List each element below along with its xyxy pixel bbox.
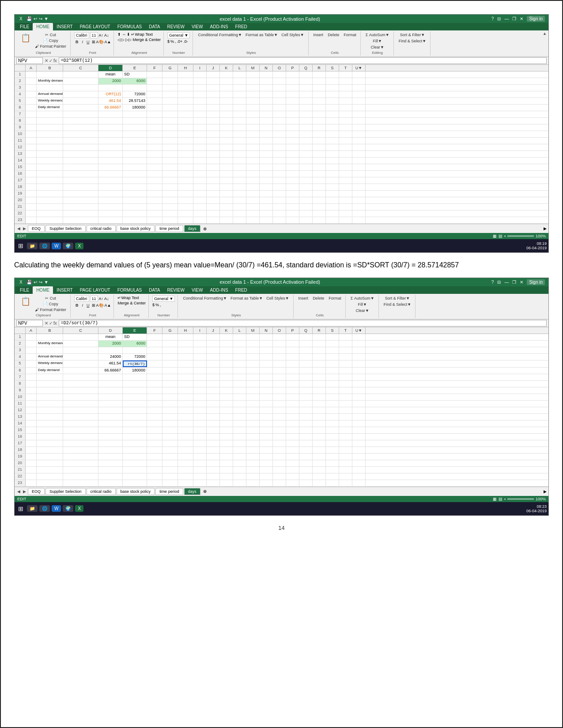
cell2-P19[interactable] (286, 454, 299, 460)
cell-M19[interactable] (246, 191, 260, 197)
cell2-T16[interactable] (339, 434, 352, 440)
cell-D2[interactable]: 2000 (98, 78, 123, 84)
cell-A20[interactable] (26, 197, 37, 203)
cell2-G9[interactable] (162, 387, 178, 394)
cell2-O14[interactable] (273, 420, 286, 427)
cell-B3[interactable] (37, 85, 63, 91)
cell-I6[interactable] (193, 105, 207, 111)
cell-E21[interactable] (123, 204, 147, 210)
cell2-K23[interactable] (220, 480, 233, 486)
tab-home-2[interactable]: HOME (33, 286, 53, 294)
cell2-I12[interactable] (193, 407, 207, 413)
clear-button[interactable]: Clear▼ (364, 45, 391, 50)
cell2-S20[interactable] (326, 460, 339, 466)
cell-E17[interactable] (123, 177, 147, 184)
cell-O2[interactable] (273, 78, 286, 84)
cell-I21[interactable] (193, 204, 207, 210)
cell-D13[interactable] (98, 151, 123, 157)
cell2-J3[interactable] (207, 347, 220, 353)
cell-J10[interactable] (207, 131, 220, 137)
tab-fred-2[interactable]: FRED (232, 286, 251, 294)
cell2-J17[interactable] (207, 440, 220, 447)
sheet-tab-supplier[interactable]: Supplier Selection (45, 225, 86, 232)
cell2-U2[interactable] (352, 341, 366, 347)
cell-F3[interactable] (147, 85, 162, 91)
cell2-O2[interactable] (273, 341, 286, 347)
cell-M9[interactable] (246, 124, 260, 131)
cell2-I19[interactable] (193, 454, 207, 460)
cell2-S10[interactable] (326, 394, 339, 400)
cell2-N9[interactable] (260, 387, 273, 394)
cell2-A15[interactable] (26, 427, 37, 433)
sign-in-btn-2[interactable]: Sign in (527, 279, 545, 285)
taskbar-word-1[interactable]: W (52, 243, 61, 249)
cell2-Q11[interactable] (299, 401, 313, 407)
col-header-G[interactable]: G (162, 65, 178, 71)
col-header-B[interactable]: B (37, 65, 63, 71)
cell2-C12[interactable] (63, 407, 98, 413)
cell2-R4[interactable] (313, 354, 326, 360)
col-header-Q[interactable]: Q (299, 65, 313, 71)
col-header-K[interactable]: K (220, 65, 233, 71)
cell-Q8[interactable] (299, 118, 313, 124)
cell-J16[interactable] (207, 171, 220, 177)
cell2-H17[interactable] (178, 440, 193, 447)
cell2-P4[interactable] (286, 354, 299, 360)
cell2-M12[interactable] (246, 407, 260, 413)
font-color-icon[interactable]: A▲ (105, 40, 111, 44)
decrease-decimal-icon[interactable]: .0- (183, 39, 188, 44)
cell2-H19[interactable] (178, 454, 193, 460)
cell2-J2[interactable] (207, 341, 220, 347)
cell-G5[interactable] (162, 98, 178, 104)
cell-I17[interactable] (193, 177, 207, 184)
cell-H21[interactable] (178, 204, 193, 210)
cell2-A21[interactable] (26, 467, 37, 473)
cell2-N17[interactable] (260, 440, 273, 447)
cell2-G6[interactable] (162, 368, 178, 374)
cell2-B14[interactable] (37, 420, 63, 427)
cell2-R22[interactable] (313, 473, 326, 480)
tab-file[interactable]: FILE (16, 23, 33, 30)
cell-U3[interactable] (352, 85, 366, 91)
cell-R3[interactable] (313, 85, 326, 91)
undo-icon[interactable]: ↩ (34, 16, 37, 21)
cell2-G7[interactable] (162, 374, 178, 380)
cell-T12[interactable] (339, 144, 352, 150)
cell2-T15[interactable] (339, 427, 352, 433)
tab-addins-2[interactable]: ADD-INS (206, 286, 231, 294)
redo-icon-2[interactable]: ↪ (39, 280, 42, 285)
cell2-Q14[interactable] (299, 420, 313, 427)
cell2-S18[interactable] (326, 447, 339, 453)
cell-R18[interactable] (313, 184, 326, 190)
copy-button-2[interactable]: 📄 Copy (34, 301, 68, 307)
cell-U8[interactable] (352, 118, 366, 124)
cell-Q13[interactable] (299, 151, 313, 157)
quick-access-toolbar[interactable]: 💾 ↩ ↪ ▼ (26, 16, 49, 21)
cell2-A12[interactable] (26, 407, 37, 413)
cell2-B4[interactable]: Annual demand(5 year) (37, 354, 63, 360)
cell-T8[interactable] (339, 118, 352, 124)
cell2-S17[interactable] (326, 440, 339, 447)
cell-I8[interactable] (193, 118, 207, 124)
cell-G23[interactable] (162, 217, 178, 223)
cell2-L17[interactable] (233, 440, 246, 447)
cell2-L1[interactable] (233, 334, 246, 340)
cell2-R13[interactable] (313, 414, 326, 420)
cell2-L9[interactable] (233, 387, 246, 394)
cell-I13[interactable] (193, 151, 207, 157)
cell2-O13[interactable] (273, 414, 286, 420)
cell-L20[interactable] (233, 197, 246, 203)
col-header-F[interactable]: F (147, 65, 162, 71)
cell-styles-button[interactable]: Cell Styles▼ (280, 32, 305, 38)
cell2-N11[interactable] (260, 401, 273, 407)
cell-Q3[interactable] (299, 85, 313, 91)
cell2-N21[interactable] (260, 467, 273, 473)
col-header-T[interactable]: T (339, 65, 352, 71)
cell-D17[interactable] (98, 177, 123, 184)
cell-Q5[interactable] (299, 98, 313, 104)
cell-F8[interactable] (147, 118, 162, 124)
cell2-U18[interactable] (352, 447, 366, 453)
col-header-H[interactable]: H (178, 65, 193, 71)
cell2-P5[interactable] (286, 360, 299, 367)
cell2-B23[interactable] (37, 480, 63, 486)
